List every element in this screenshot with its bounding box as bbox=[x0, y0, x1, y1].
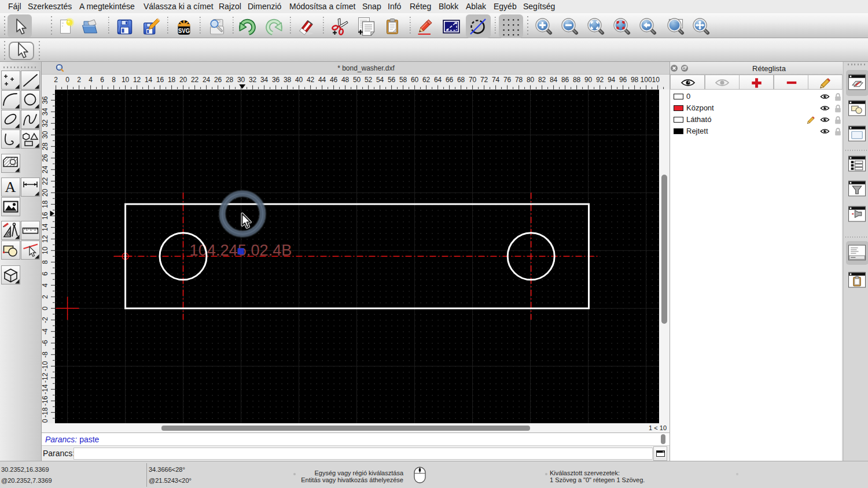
svg-text:92: 92 bbox=[596, 76, 604, 84]
svg-text:62: 62 bbox=[422, 76, 431, 84]
svg-text:18: 18 bbox=[42, 200, 49, 208]
svg-text:42: 42 bbox=[307, 76, 315, 84]
svg-text:80: 80 bbox=[527, 76, 535, 84]
svg-text:86: 86 bbox=[561, 76, 569, 84]
svg-text:36: 36 bbox=[42, 96, 49, 104]
svg-text:-12: -12 bbox=[42, 372, 49, 383]
svg-text:56: 56 bbox=[388, 76, 396, 84]
svg-text:18: 18 bbox=[168, 76, 176, 84]
svg-text:-2: -2 bbox=[42, 317, 49, 323]
svg-text:20: 20 bbox=[42, 188, 49, 197]
svg-text:10: 10 bbox=[42, 246, 49, 254]
svg-text:26: 26 bbox=[42, 154, 49, 162]
svg-text:50: 50 bbox=[353, 76, 361, 84]
svg-text:74: 74 bbox=[492, 76, 500, 84]
svg-text:0: 0 bbox=[42, 306, 49, 310]
svg-text:36: 36 bbox=[272, 76, 280, 84]
svg-text:22: 22 bbox=[191, 76, 199, 84]
svg-text:6: 6 bbox=[100, 76, 104, 84]
svg-text:A: A bbox=[5, 179, 16, 195]
svg-text:90: 90 bbox=[584, 76, 593, 84]
svg-text:2: 2 bbox=[42, 295, 49, 299]
svg-text:12: 12 bbox=[42, 235, 49, 243]
svg-text:34: 34 bbox=[42, 108, 49, 116]
svg-text:82: 82 bbox=[538, 76, 546, 84]
svg-text:78: 78 bbox=[515, 76, 523, 84]
svg-text:2: 2 bbox=[54, 76, 58, 84]
svg-text:24: 24 bbox=[203, 76, 211, 84]
svg-text:46: 46 bbox=[330, 76, 338, 84]
svg-text:10: 10 bbox=[122, 76, 130, 84]
svg-text:14: 14 bbox=[42, 223, 49, 231]
svg-text:-10: -10 bbox=[42, 361, 49, 371]
svg-text:-4: -4 bbox=[42, 328, 49, 335]
svg-text:72: 72 bbox=[480, 76, 488, 84]
svg-text:-8: -8 bbox=[42, 352, 49, 358]
svg-text:96: 96 bbox=[619, 76, 627, 84]
svg-text:84: 84 bbox=[550, 76, 558, 84]
svg-text:24: 24 bbox=[42, 165, 49, 173]
svg-text:60: 60 bbox=[411, 76, 419, 84]
svg-text:22: 22 bbox=[42, 177, 49, 185]
svg-text:28: 28 bbox=[42, 142, 49, 150]
svg-text:-16: -16 bbox=[42, 395, 49, 406]
svg-text:30: 30 bbox=[42, 131, 49, 139]
svg-text:34: 34 bbox=[260, 76, 269, 84]
svg-text:8: 8 bbox=[42, 260, 49, 264]
svg-text:26: 26 bbox=[214, 76, 222, 84]
svg-text:64: 64 bbox=[434, 76, 442, 84]
svg-text:28: 28 bbox=[226, 76, 234, 84]
svg-text:48: 48 bbox=[341, 76, 350, 84]
svg-text:-18: -18 bbox=[42, 407, 49, 417]
svg-text:4: 4 bbox=[42, 283, 49, 287]
svg-text:32: 32 bbox=[249, 76, 257, 84]
svg-text:100: 100 bbox=[641, 76, 652, 84]
svg-text:12: 12 bbox=[133, 76, 141, 84]
svg-text:2: 2 bbox=[77, 76, 81, 84]
svg-text:68: 68 bbox=[457, 76, 465, 84]
svg-text:8: 8 bbox=[112, 76, 116, 84]
svg-text:6: 6 bbox=[42, 272, 49, 276]
svg-text:20: 20 bbox=[179, 76, 187, 84]
svg-text:44: 44 bbox=[318, 76, 326, 84]
svg-text:SVG: SVG bbox=[178, 27, 190, 34]
svg-text:52: 52 bbox=[365, 76, 373, 84]
svg-text:-6: -6 bbox=[42, 340, 49, 346]
svg-text:70: 70 bbox=[469, 76, 477, 84]
svg-text:38: 38 bbox=[284, 76, 292, 84]
svg-text:58: 58 bbox=[399, 76, 407, 84]
svg-text:32: 32 bbox=[42, 119, 49, 127]
svg-text:76: 76 bbox=[503, 76, 512, 84]
svg-text:-14: -14 bbox=[42, 384, 49, 394]
svg-text:-20: -20 bbox=[42, 419, 49, 423]
svg-text:66: 66 bbox=[446, 76, 454, 84]
svg-text:14: 14 bbox=[145, 76, 153, 84]
svg-text:98: 98 bbox=[631, 76, 639, 84]
svg-text:16: 16 bbox=[42, 212, 49, 220]
svg-text:16: 16 bbox=[156, 76, 164, 84]
svg-text:40: 40 bbox=[295, 76, 303, 84]
svg-text:88: 88 bbox=[573, 76, 581, 84]
svg-text:54: 54 bbox=[376, 76, 384, 84]
svg-text:30: 30 bbox=[237, 76, 245, 84]
svg-text:4: 4 bbox=[89, 76, 93, 84]
svg-text:0: 0 bbox=[65, 76, 69, 84]
svg-text:94: 94 bbox=[608, 76, 616, 84]
